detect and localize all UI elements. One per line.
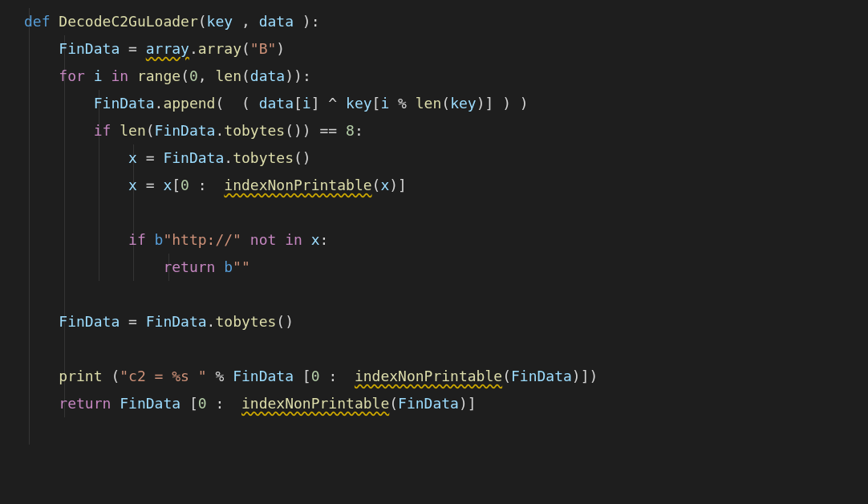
code-line[interactable]: return FinData [0 : indexNonPrintable(Fi… bbox=[0, 390, 868, 417]
variable: i bbox=[302, 95, 311, 112]
text: . bbox=[224, 149, 233, 166]
method-call: tobytes bbox=[233, 149, 294, 166]
code-line[interactable]: return b"" bbox=[0, 254, 868, 281]
variable: key bbox=[450, 95, 477, 112]
variable: x bbox=[311, 231, 320, 248]
text: . bbox=[207, 313, 216, 330]
number: 0 bbox=[198, 395, 207, 412]
method-call: tobytes bbox=[215, 313, 276, 330]
variable: i bbox=[94, 67, 103, 84]
text: )]) bbox=[572, 368, 598, 384]
function-call: indexNonPrintable bbox=[224, 177, 371, 193]
operator: = bbox=[146, 149, 155, 166]
string-literal: "B" bbox=[250, 40, 277, 57]
text: ( bbox=[441, 95, 450, 112]
string-literal: "" bbox=[233, 258, 250, 275]
code-line[interactable] bbox=[0, 335, 868, 363]
text: . bbox=[155, 95, 164, 112]
keyword-for: for bbox=[59, 67, 85, 84]
text: )] bbox=[389, 177, 407, 193]
variable: key bbox=[346, 95, 372, 112]
code-line[interactable]: print ("c2 = %s " % FinData [0 : indexNo… bbox=[0, 363, 868, 390]
variable: x bbox=[163, 177, 172, 193]
text: ( bbox=[241, 40, 250, 57]
operator: == bbox=[320, 122, 338, 139]
text: ( bbox=[502, 368, 511, 384]
code-line[interactable]: FinData = FinData.tobytes() bbox=[0, 308, 868, 335]
keyword-if: if bbox=[128, 231, 146, 248]
text: ( bbox=[389, 395, 398, 412]
text: () bbox=[294, 149, 311, 166]
text: [ bbox=[302, 368, 311, 384]
code-line[interactable]: x = FinData.tobytes() bbox=[0, 144, 868, 172]
text: , bbox=[198, 67, 207, 84]
variable: FinData bbox=[398, 395, 459, 412]
code-line[interactable]: if b"http://" not in x: bbox=[0, 226, 868, 254]
builtin-call: range bbox=[137, 67, 180, 84]
code-line[interactable]: def DecodeC2GuLoader(key , data ): bbox=[0, 8, 868, 35]
text: : bbox=[355, 122, 363, 139]
string-literal: "c2 = %s " bbox=[120, 368, 206, 384]
text: ): bbox=[302, 13, 320, 30]
builtin-call: print bbox=[59, 368, 102, 384]
code-editor[interactable]: def DecodeC2GuLoader(key , data ): FinDa… bbox=[0, 8, 868, 417]
keyword-in: in bbox=[285, 231, 302, 248]
param: data bbox=[259, 13, 294, 30]
string-affix: b bbox=[224, 258, 233, 275]
string-literal: "http://" bbox=[163, 231, 241, 248]
operator: % bbox=[398, 95, 407, 112]
function-call: indexNonPrintable bbox=[241, 395, 389, 412]
code-line[interactable]: FinData = array.array("B") bbox=[0, 35, 868, 63]
text: , bbox=[241, 13, 250, 30]
variable: FinData bbox=[233, 368, 294, 384]
variable: FinData bbox=[155, 122, 216, 139]
method-call: append bbox=[163, 95, 215, 112]
text: [ bbox=[189, 395, 198, 412]
text: )] bbox=[459, 395, 477, 412]
text: ( bbox=[241, 67, 250, 84]
text: [ bbox=[172, 177, 180, 193]
code-line[interactable] bbox=[0, 199, 868, 226]
variable: x bbox=[380, 177, 389, 193]
code-line[interactable]: if len(FinData.tobytes()) == 8: bbox=[0, 117, 868, 144]
function-name: DecodeC2GuLoader bbox=[59, 13, 197, 30]
text: ( bbox=[198, 13, 207, 30]
variable: i bbox=[380, 95, 389, 112]
variable: FinData bbox=[94, 95, 155, 112]
function-call: indexNonPrintable bbox=[355, 368, 502, 384]
number: 8 bbox=[346, 122, 355, 139]
text: . bbox=[189, 40, 198, 57]
text: [ bbox=[294, 95, 302, 112]
operator: % bbox=[215, 368, 224, 384]
keyword-return: return bbox=[59, 395, 111, 412]
text: . bbox=[215, 122, 224, 139]
operator: ^ bbox=[328, 95, 337, 112]
variable: x bbox=[128, 149, 137, 166]
text: ( bbox=[180, 67, 189, 84]
builtin-call: len bbox=[120, 122, 146, 139]
text: ( bbox=[111, 368, 120, 384]
code-line[interactable] bbox=[0, 281, 868, 308]
number: 0 bbox=[311, 368, 320, 384]
variable: data bbox=[250, 67, 285, 84]
operator: = bbox=[146, 177, 155, 193]
variable: x bbox=[128, 177, 137, 193]
method-call: tobytes bbox=[224, 122, 285, 139]
code-line[interactable]: x = x[0 : indexNonPrintable(x)] bbox=[0, 172, 868, 199]
operator: : bbox=[198, 177, 207, 193]
number: 0 bbox=[180, 177, 189, 193]
builtin-call: len bbox=[216, 67, 242, 84]
builtin-call: len bbox=[416, 95, 442, 112]
text: ()) bbox=[285, 122, 311, 139]
number: 0 bbox=[189, 67, 198, 84]
keyword-def: def bbox=[24, 13, 51, 30]
variable: FinData bbox=[163, 149, 224, 166]
text: )): bbox=[285, 67, 311, 84]
text: )] ) ) bbox=[477, 95, 529, 112]
operator: = bbox=[128, 40, 137, 57]
code-line[interactable]: FinData.append( ( data[i] ^ key[i % len(… bbox=[0, 90, 868, 117]
text: ( bbox=[372, 177, 381, 193]
variable: FinData bbox=[120, 395, 180, 412]
code-line[interactable]: for i in range(0, len(data)): bbox=[0, 63, 868, 90]
operator: : bbox=[328, 368, 337, 384]
